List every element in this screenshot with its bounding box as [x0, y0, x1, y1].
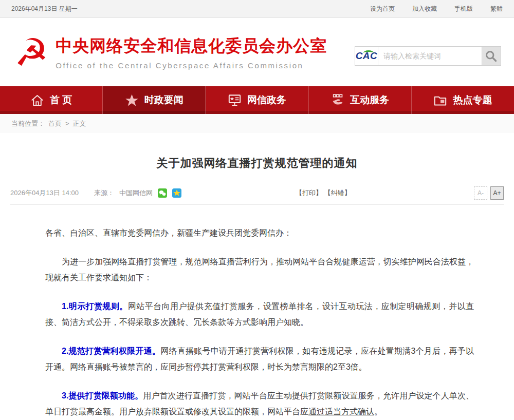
error-report-button[interactable]: 【纠错】 — [324, 189, 351, 197]
article-container: 关于加强网络直播打赏规范管理的通知 2026年04月13日 14:00 来源： … — [0, 133, 514, 420]
source-label: 来源： — [94, 188, 114, 198]
paragraph-lead: 3.提供打赏限额功能。 — [62, 391, 143, 400]
paragraph-rule-1: 1.明示打赏规则。网站平台向用户提供充值打赏服务，设置榜单排名，设计互动玩法，应… — [45, 298, 474, 330]
wechat-share-icon[interactable] — [158, 188, 167, 198]
paragraph-intro: 为进一步加强网络直播打赏管理，规范网络直播营利行为，推动网站平台合规健康运营，切… — [45, 254, 474, 285]
hand-service-icon — [331, 93, 344, 107]
nav-item-politics-news[interactable]: 时政要闻 — [103, 86, 206, 114]
font-size-controls: A- A+ — [474, 186, 504, 200]
nav-label: 热点专题 — [453, 93, 492, 107]
paragraph-lead: 1.明示打赏规则。 — [62, 302, 128, 311]
paragraph-text: 。 — [374, 407, 382, 416]
paragraph-text: 各省、自治区、直辖市党委网信办，新疆生产建设兵团党委网信办： — [45, 228, 292, 237]
cac-logo: CAC — [355, 47, 378, 65]
print-button[interactable]: 【打印】 — [296, 189, 322, 197]
monitor-icon — [228, 93, 242, 107]
source-name: 中国网信网 — [119, 188, 153, 198]
folder-icon — [433, 93, 447, 107]
font-larger-button[interactable]: A+ — [490, 186, 504, 200]
nav-label: 网信政务 — [247, 93, 286, 107]
paragraph-rule-3: 3.提供打赏限额功能。用户首次进行直播打赏，网站平台应主动提供打赏限额设置服务，… — [45, 388, 474, 419]
search-icon — [484, 49, 498, 63]
search-input[interactable] — [378, 47, 482, 65]
breadcrumb-prefix: 当前位置： — [11, 119, 45, 128]
nav-label: 时政要闻 — [144, 93, 183, 107]
set-homepage-link[interactable]: 设为首页 — [370, 5, 395, 13]
search-button[interactable] — [482, 47, 501, 65]
mobile-version-link[interactable]: 手机版 — [454, 5, 473, 13]
article-body: 各省、自治区、直辖市党委网信办，新疆生产建设兵团党委网信办： 为进一步加强网络直… — [10, 205, 504, 420]
cac-logo-arc — [363, 50, 374, 55]
main-nav: 首 页 时政要闻 网信政务 互动服务 热点专题 — [0, 86, 514, 114]
publish-datetime: 2026年04月13日 14:00 — [10, 188, 79, 198]
nav-label: 互动服务 — [350, 93, 389, 107]
nav-item-interactive-services[interactable]: 互动服务 — [309, 86, 412, 114]
breadcrumb-separator: > — [65, 120, 69, 127]
site-subtitle: Office of the Central Cyberspace Affairs… — [56, 61, 327, 70]
qzone-share-icon[interactable] — [172, 188, 181, 198]
article-meta-bar: 2026年04月13日 14:00 来源： 中国网信网 【打印】 【纠错】 A-… — [10, 186, 504, 205]
traditional-chinese-link[interactable]: 繁體 — [490, 5, 503, 13]
party-emblem-icon: ☭ — [14, 34, 48, 70]
breadcrumb-current: 正文 — [73, 119, 86, 128]
site-header: ☭ 中央网络安全和信息化委员会办公室 Office of the Central… — [0, 18, 514, 86]
meta-actions: 【打印】 【纠错】 — [296, 188, 351, 198]
star-icon — [125, 93, 139, 107]
nav-item-hot-topics[interactable]: 热点专题 — [412, 86, 514, 114]
breadcrumb: 当前位置： 首页 > 正文 — [0, 114, 514, 133]
nav-item-home[interactable]: 首 页 — [0, 86, 103, 114]
meta-left-group: 2026年04月13日 14:00 来源： 中国网信网 — [10, 186, 504, 198]
paragraph-text: 为进一步加强网络直播打赏管理，规范网络直播营利行为，推动网站平台合规健康运营，切… — [45, 257, 474, 282]
add-favorite-link[interactable]: 加入收藏 — [412, 5, 437, 13]
topbar-links: 设为首页 加入收藏 手机版 繁體 — [370, 5, 503, 13]
nav-label: 首 页 — [50, 93, 72, 107]
nav-item-cyberspace-affairs[interactable]: 网信政务 — [206, 86, 308, 114]
paragraph-salutation: 各省、自治区、直辖市党委网信办，新疆生产建设兵团党委网信办： — [45, 225, 474, 241]
paragraph-underlined-text: 通过适当方式确认 — [308, 407, 374, 416]
current-date: 2026年04月13日 星期一 — [11, 5, 78, 13]
article-title: 关于加强网络直播打赏规范管理的通知 — [10, 156, 504, 171]
paragraph-lead: 2.规范打赏营利权限开通。 — [62, 347, 160, 355]
home-icon — [30, 93, 44, 107]
paragraph-rule-2: 2.规范打赏营利权限开通。网络直播账号申请开通打赏营利权限，如有违规记录，应在处… — [45, 343, 474, 375]
search-box: CAC — [355, 46, 501, 66]
top-utility-bar: 2026年04月13日 星期一 设为首页 加入收藏 手机版 繁體 — [0, 0, 514, 18]
font-smaller-button[interactable]: A- — [474, 186, 487, 200]
site-title: 中央网络安全和信息化委员会办公室 — [56, 35, 327, 58]
site-title-block: 中央网络安全和信息化委员会办公室 Office of the Central C… — [56, 35, 327, 70]
breadcrumb-home-link[interactable]: 首页 — [48, 119, 62, 128]
